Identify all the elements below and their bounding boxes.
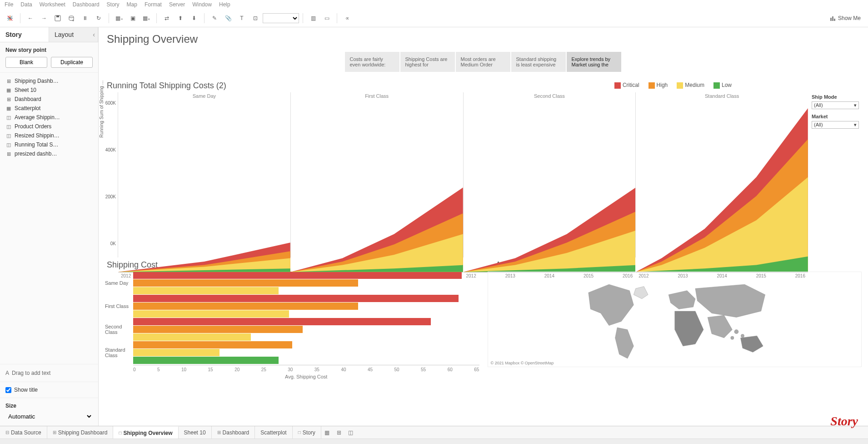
facet-same-day[interactable]: Same Day 20122013201420152016 <box>118 92 290 257</box>
sheet-icon: ◫ <box>5 115 12 121</box>
list-item[interactable]: ◫Running Total S… <box>0 140 98 149</box>
story-caption[interactable]: Explore trends by Market using the <box>567 52 621 72</box>
list-item[interactable]: ⊞presized dashb… <box>0 149 98 158</box>
filter-shipmode-label: Ship Mode <box>812 94 859 100</box>
collapse-icon[interactable]: ‹ <box>93 31 95 38</box>
sheet-icon: ◫ <box>5 142 12 148</box>
show-title-checkbox[interactable] <box>5 387 11 393</box>
list-item[interactable]: ▦Scatterplot <box>0 104 98 113</box>
tab-scatterplot[interactable]: Scatterplot <box>255 426 292 439</box>
bar-x-axis: 05101520253035404550556065 <box>133 365 479 372</box>
sort-desc-icon[interactable]: ⬇ <box>188 12 200 25</box>
sheet-icon: ◫ <box>5 124 12 130</box>
menu-help[interactable]: Help <box>219 1 230 8</box>
fit-icon[interactable]: ⊡ <box>249 12 262 25</box>
sort-asc-icon[interactable]: ⬆ <box>174 12 187 25</box>
list-item[interactable]: ◫Resized Shippin… <box>0 131 98 140</box>
text-icon[interactable]: T <box>235 12 248 25</box>
new-datasource-icon[interactable] <box>65 12 78 25</box>
autoupdate-icon[interactable]: ⏸ <box>79 12 91 25</box>
newpoint-heading: New story point <box>5 47 93 53</box>
dashboard-icon: ⊞ <box>5 151 12 157</box>
list-item[interactable]: ⊞Dashboard <box>0 95 98 104</box>
filter-market-label: Market <box>812 114 859 119</box>
filter-market-select[interactable]: (All)▾ <box>812 121 859 129</box>
menu-dashboard[interactable]: Dashboard <box>73 1 100 8</box>
tab-story[interactable]: Story <box>0 27 49 42</box>
legend: Critical High Medium Low <box>614 82 732 89</box>
attach-icon[interactable]: 📎 <box>222 12 234 25</box>
map-attribution: © 2021 Mapbox © OpenStreetMap <box>491 361 554 365</box>
svg-rect-9 <box>830 18 832 21</box>
svg-point-29 <box>741 334 744 337</box>
tab-data-source[interactable]: ⊟Data Source <box>0 426 47 439</box>
svg-point-28 <box>734 329 738 333</box>
show-title-label: Show title <box>14 387 38 393</box>
text-a-icon: A <box>5 370 9 376</box>
tab-shipping-overview[interactable]: □Shipping Overview <box>113 426 178 439</box>
back-icon[interactable]: ← <box>24 12 37 25</box>
svg-rect-10 <box>832 16 833 21</box>
chart1-title: Running Total Shipping Costs (2) <box>107 81 226 91</box>
tab-dashboard[interactable]: ⊞Dashboard <box>212 426 255 439</box>
new-story-tab-icon[interactable]: ◫ <box>345 429 357 436</box>
blank-button[interactable]: Blank <box>5 57 47 68</box>
story-title[interactable]: Shipping Overview <box>99 27 868 48</box>
story-caption[interactable]: Standard shipping is least expensive <box>511 52 566 72</box>
show-cards-icon[interactable]: ▥ <box>307 12 319 25</box>
present-icon[interactable]: ▭ <box>320 12 333 25</box>
tab-story[interactable]: □Story <box>293 426 321 439</box>
list-item[interactable]: ▦Sheet 10 <box>0 86 98 95</box>
menu-file[interactable]: File <box>5 1 13 8</box>
forward-icon[interactable]: → <box>38 12 50 25</box>
story-caption[interactable]: Most orders are Medium Order <box>456 52 510 72</box>
svg-rect-5 <box>56 15 59 17</box>
story-caption[interactable]: Costs are fairly even worldwide: <box>345 52 399 72</box>
share-icon[interactable]: ∝ <box>341 12 354 25</box>
tab-sheet10[interactable]: Sheet 10 <box>179 426 212 439</box>
drag-text-hint[interactable]: A Drag to add text <box>0 364 98 382</box>
tab-shipping-dashboard[interactable]: ⊞Shipping Dashboard <box>47 426 114 439</box>
map-chart[interactable]: Average Shipping Cost by Country (2) <box>488 257 862 423</box>
new-dashboard-tab-icon[interactable]: ⊞ <box>333 429 345 436</box>
sheet-icon: ▦ <box>5 106 12 111</box>
menu-worksheet[interactable]: Worksheet <box>40 1 65 8</box>
new-worksheet-tab-icon[interactable]: ▦ <box>321 429 333 436</box>
refresh-icon[interactable]: ↻ <box>92 12 105 25</box>
menu-map[interactable]: Map <box>127 1 137 8</box>
swap-icon[interactable]: ⇄ <box>160 12 173 25</box>
left-panel: Story Layout‹ New story point Blank Dupl… <box>0 27 99 426</box>
duplicate-button[interactable]: Duplicate <box>51 57 93 68</box>
tableau-logo-icon[interactable] <box>4 12 16 25</box>
tab-layout[interactable]: Layout‹ <box>49 27 98 42</box>
new-worksheet-icon[interactable]: ▦₊ <box>113 12 125 25</box>
facet-first-class[interactable]: First Class 20122013201420152016 <box>290 92 463 257</box>
svg-rect-11 <box>834 19 835 21</box>
filter-shipmode-select[interactable]: (All)▾ <box>812 101 859 109</box>
facet-standard-class[interactable]: Standard Class 20122013201420152016 <box>635 92 808 257</box>
show-me-button[interactable]: Show Me <box>826 15 864 21</box>
size-select[interactable]: Automatic <box>5 412 93 421</box>
menu-server[interactable]: Server <box>169 1 185 8</box>
sheet-list: ⊞Shipping Dashb… ▦Sheet 10 ⊞Dashboard ▦S… <box>0 73 98 364</box>
menu-story[interactable]: Story <box>107 1 120 8</box>
list-item[interactable]: ◫Product Orders <box>0 122 98 131</box>
svg-point-30 <box>730 336 733 339</box>
story-caption[interactable]: Shipping Costs are highest for <box>400 52 455 72</box>
list-item[interactable]: ◫Average Shippin… <box>0 113 98 122</box>
save-icon[interactable] <box>51 12 64 25</box>
size-heading: Size <box>5 403 93 409</box>
clear-sheet-icon[interactable]: ▦ₓ <box>140 12 153 25</box>
menu-format[interactable]: Format <box>145 1 162 8</box>
filters-pane: Ship Mode (All)▾ Market (All)▾ <box>808 92 863 257</box>
y-axis: Running Sum of Shipping … 600K 400K 200K… <box>104 92 118 257</box>
menu-window[interactable]: Window <box>192 1 212 8</box>
highlight-icon[interactable]: ✎ <box>208 12 221 25</box>
chevron-down-icon: ▾ <box>854 102 857 108</box>
facet-second-class[interactable]: Second Class 20122013201420152016 <box>463 92 636 257</box>
list-item[interactable]: ⊞Shipping Dashb… <box>0 76 98 86</box>
fit-dropdown[interactable] <box>263 13 299 23</box>
duplicate-sheet-icon[interactable]: ▣ <box>126 12 139 25</box>
bar-chart[interactable]: Shipping Cost Same Day First Class Secon… <box>105 257 479 423</box>
menu-data[interactable]: Data <box>20 1 32 8</box>
